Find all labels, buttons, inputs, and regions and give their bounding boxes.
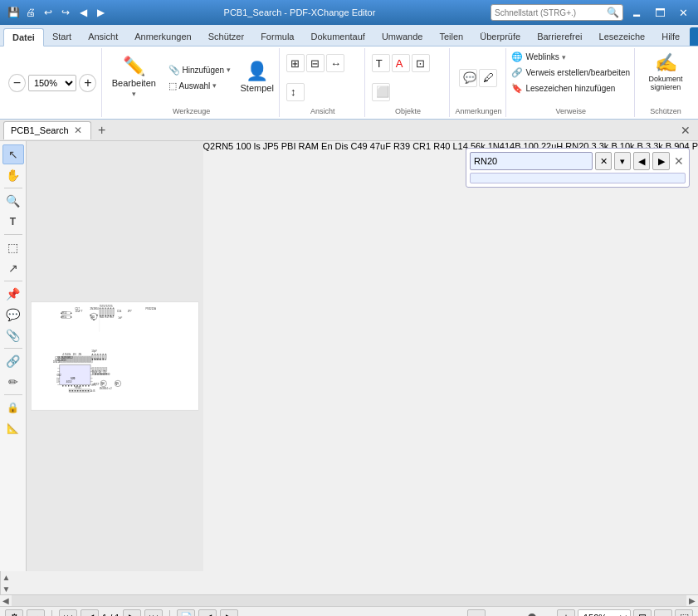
- right-scrollbar[interactable]: ▲ ▼: [0, 571, 12, 594]
- tool-measure[interactable]: 📐: [2, 418, 24, 438]
- close-button[interactable]: ✕: [673, 3, 693, 22]
- ann-tool2[interactable]: 🖊: [479, 69, 497, 87]
- weblinks-btn[interactable]: 🌐 Weblinks ▾: [508, 50, 569, 64]
- tool-pencil[interactable]: ✏: [2, 372, 24, 392]
- qa-save[interactable]: 💾: [5, 5, 22, 20]
- settings-btn[interactable]: ⚙: [5, 609, 23, 617]
- auswahl-btn[interactable]: ⬚ Auswahl ▾: [165, 79, 235, 93]
- zoom-thumb[interactable]: [528, 614, 536, 617]
- search-next-btn[interactable]: ▶: [652, 152, 669, 170]
- tool-select[interactable]: ↖: [2, 144, 24, 164]
- verweis-btn[interactable]: 🔗 Verweis erstellen/bearbeiten: [508, 66, 633, 80]
- bottom-scrollbar[interactable]: ◀ ▶: [0, 594, 698, 606]
- ansicht-tool3[interactable]: ↔: [326, 54, 344, 72]
- expand-view-btn[interactable]: ⬚: [675, 609, 693, 617]
- tool-text[interactable]: T: [2, 212, 24, 232]
- page-prev-view[interactable]: ◀: [198, 609, 217, 617]
- tab-formula[interactable]: Formula: [252, 27, 302, 46]
- ann-tool1[interactable]: 💬: [459, 69, 477, 87]
- doc-tab-close[interactable]: ✕: [72, 125, 84, 136]
- lesezeichen-icon: 🔖: [511, 83, 523, 94]
- tab-lesezeiche[interactable]: Lesezeiche: [591, 27, 654, 46]
- tab-teilen[interactable]: Teilen: [431, 27, 471, 46]
- svg-point-122: [103, 359, 104, 359]
- canvas-area[interactable]: C57 10uF T 2N3904 Q3 PN2222A R53 R51: [27, 141, 203, 571]
- tab-uberprufe[interactable]: Überprüfe: [471, 27, 529, 46]
- tab-dokumentauf[interactable]: Dokumentauf: [302, 27, 373, 46]
- ansicht-tool1[interactable]: ⊞: [286, 54, 305, 72]
- first-page-btn[interactable]: ⏮: [59, 609, 77, 617]
- svg-point-115: [100, 354, 100, 354]
- tool-comment[interactable]: 💬: [2, 305, 24, 325]
- svg-point-119: [95, 359, 95, 359]
- search-panel-close[interactable]: ✕: [672, 154, 686, 169]
- doc-tab-pcb1[interactable]: PCB1_Search ✕: [3, 121, 91, 139]
- scroll-left-arrow[interactable]: ◀: [0, 596, 12, 605]
- tool-rect[interactable]: ⬚: [2, 237, 24, 257]
- bearbeiten-btn[interactable]: ✏️ Bearbeiten ▾: [106, 53, 161, 103]
- tool-lock[interactable]: 🔒: [2, 398, 24, 418]
- obj-tool3[interactable]: ⊡: [412, 54, 430, 72]
- zoom-select-status[interactable]: 150% 100% 75%: [578, 609, 631, 617]
- search-prev-btn[interactable]: ◀: [633, 152, 650, 170]
- tab-umwande[interactable]: Umwande: [373, 27, 432, 46]
- maximize-button[interactable]: 🗖: [650, 3, 670, 22]
- tool-zoom[interactable]: 🔍: [2, 191, 24, 211]
- zoom-in-btn[interactable]: +: [79, 74, 96, 92]
- lesezeichen-btn[interactable]: 🔖 Lesezeichen hinzufügen: [508, 81, 618, 95]
- qa-back[interactable]: ◀: [75, 5, 91, 20]
- search-panel-input[interactable]: [470, 152, 593, 170]
- zoom-out-btn[interactable]: −: [8, 74, 26, 92]
- obj-tool1[interactable]: T: [372, 54, 390, 72]
- page-view-btn[interactable]: 📄: [177, 609, 195, 617]
- fit-width-btn[interactable]: ↔: [654, 609, 672, 617]
- search-panel-row: ✕ ▾ ◀ ▶ ✕: [470, 152, 686, 170]
- qa-print[interactable]: 🖨: [22, 5, 39, 20]
- minimize-button[interactable]: 🗕: [627, 3, 647, 22]
- zoom-select[interactable]: 150% 100% 75% 50% 200%: [28, 75, 77, 91]
- zoom-out-status[interactable]: −: [467, 609, 486, 617]
- tab-hilfe[interactable]: Hilfe: [653, 27, 688, 46]
- qa-forward[interactable]: ▶: [92, 5, 109, 20]
- stempel-btn[interactable]: 👤 Stempel: [237, 53, 276, 103]
- tab-start[interactable]: Start: [44, 27, 80, 46]
- tab-format[interactable]: Format: [690, 27, 698, 46]
- tab-datei[interactable]: Datei: [3, 28, 44, 46]
- title-search-box[interactable]: 🔍: [491, 4, 623, 21]
- tool-link[interactable]: 🔗: [2, 351, 24, 371]
- expand-btn[interactable]: ◂: [27, 609, 45, 617]
- zoom-in-status[interactable]: +: [557, 609, 575, 617]
- ansicht-tool2[interactable]: ⊟: [306, 54, 325, 72]
- page-next-view[interactable]: ▶: [220, 609, 238, 617]
- qa-undo[interactable]: ↩: [40, 5, 56, 20]
- scroll-down-arrow[interactable]: ▼: [1, 583, 12, 594]
- obj-tool2[interactable]: A: [392, 54, 410, 72]
- last-page-btn[interactable]: ⏭: [144, 609, 163, 617]
- new-tab-button[interactable]: +: [93, 121, 111, 139]
- fit-page-btn[interactable]: ⊡: [633, 609, 652, 617]
- hinzufugen-btn[interactable]: 📎 Hinzufügen ▾: [165, 63, 235, 77]
- tool-arrow[interactable]: ↗: [2, 258, 24, 278]
- scroll-right-arrow[interactable]: ▶: [686, 596, 698, 605]
- next-page-btn[interactable]: ▶: [123, 609, 141, 617]
- tab-close-all[interactable]: ✕: [676, 121, 695, 139]
- scroll-up-arrow[interactable]: ▲: [1, 571, 12, 583]
- tool-attach[interactable]: 📎: [2, 325, 24, 345]
- search-options-input[interactable]: [470, 173, 686, 183]
- tool-pin[interactable]: 📌: [2, 284, 24, 304]
- tab-anmerkungen[interactable]: Anmerkungen: [126, 27, 200, 46]
- signieren-btn[interactable]: ✍️ Dokumentsignieren: [644, 50, 686, 95]
- title-search-input[interactable]: [495, 8, 604, 17]
- tab-barrierefrei[interactable]: Barrierefrei: [529, 27, 590, 46]
- search-clear-btn[interactable]: ✕: [595, 152, 612, 170]
- svg-point-64: [65, 385, 66, 387]
- tab-schutzer[interactable]: Schützer: [200, 27, 252, 46]
- qa-redo[interactable]: ↪: [57, 5, 74, 20]
- hscroll-track[interactable]: [12, 595, 686, 606]
- obj-tool4[interactable]: ⬜: [372, 83, 390, 101]
- ansicht-tool4[interactable]: ↕: [286, 83, 305, 101]
- tool-hand[interactable]: ✋: [2, 165, 24, 185]
- search-dropdown-btn[interactable]: ▾: [614, 152, 631, 170]
- prev-page-btn[interactable]: ◀: [81, 609, 99, 617]
- tab-ansicht[interactable]: Ansicht: [80, 27, 126, 46]
